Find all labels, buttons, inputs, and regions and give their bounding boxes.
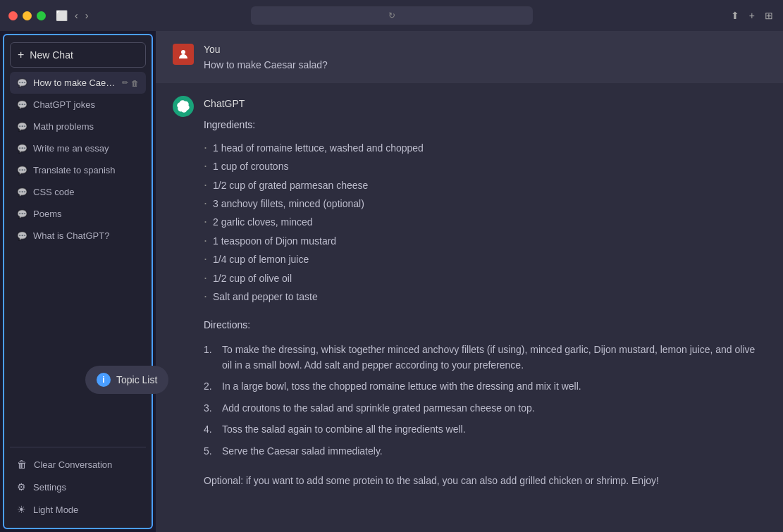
sidebar-item-chatgpt-jokes[interactable]: 💬 ChatGPT jokes (10, 94, 146, 116)
list-item: 3 anchovy fillets, minced (optional) (204, 194, 766, 213)
sidebar-item-label: What is ChatGPT? (33, 230, 139, 241)
directions-list: To make the dressing, whisk together min… (204, 339, 766, 462)
sidebar-item-label: CSS code (33, 187, 139, 197)
list-item: 2 garlic cloves, minced (204, 213, 766, 231)
sidebar-item-label: How to make Caesar s... (33, 78, 116, 88)
sidebar-toggle-icon[interactable]: ⬜ (56, 10, 68, 21)
chat-icon: 💬 (17, 231, 27, 241)
chat-icon: 💬 (17, 122, 27, 132)
bot-content: ChatGPT Ingredients: 1 head of romaine l… (204, 96, 766, 488)
plus-icon: + (18, 49, 24, 61)
list-item: Toss the salad again to combine all the … (204, 419, 766, 440)
settings-icon: ⚙ (17, 481, 26, 493)
titlebar-right-actions: ⬆ + ⊞ (731, 10, 773, 21)
sidebar-item-label: Poems (33, 209, 139, 219)
info-icon: i (97, 373, 111, 387)
bot-label: ChatGPT (204, 96, 766, 111)
ingredient-list: 1 head of romaine lettuce, washed and ch… (204, 139, 766, 307)
close-button[interactable] (8, 11, 18, 20)
delete-icon[interactable]: 🗑 (131, 79, 139, 87)
chat-icon: 💬 (17, 100, 27, 110)
sidebar-item-label: ChatGPT jokes (33, 99, 139, 110)
bot-message: ChatGPT Ingredients: 1 head of romaine l… (156, 83, 783, 501)
chat-area: You How to make Caesar salad? ChatGPT In… (156, 31, 783, 532)
titlebar-nav-buttons: ⬜ ‹ › (56, 10, 88, 21)
trash-icon: 🗑 (17, 459, 27, 470)
new-tab-icon[interactable]: + (749, 10, 755, 21)
settings-button[interactable]: ⚙ Settings (10, 476, 146, 498)
chat-icon: 💬 (17, 166, 27, 175)
list-item: 1/2 cup of grated parmesan cheese (204, 176, 766, 194)
sidebar-bottom: 🗑 Clear Conversation ⚙ Settings ☀ Light … (10, 447, 146, 521)
list-item: 1 teaspoon of Dijon mustard (204, 232, 766, 250)
list-item: 1/4 cup of lemon juice (204, 250, 766, 268)
user-message: You How to make Caesar salad? (156, 31, 783, 83)
titlebar: ⬜ ‹ › ↻ ⬆ + ⊞ (0, 0, 783, 31)
sidebar-item-write-essay[interactable]: 💬 Write me an essay (10, 137, 146, 159)
sidebar-item-label: Math problems (33, 121, 139, 132)
bot-avatar (173, 96, 194, 117)
sidebar-item-poems[interactable]: 💬 Poems (10, 203, 146, 225)
user-label: You (204, 44, 328, 55)
grid-icon[interactable]: ⊞ (765, 10, 773, 21)
list-item: Serve the Caesar salad immediately. (204, 440, 766, 462)
main-layout: + New Chat 💬 How to make Caesar s... ✏ 🗑… (0, 31, 783, 532)
user-message-text: How to make Caesar salad? (204, 59, 328, 70)
list-item: 1/2 cup of olive oil (204, 269, 766, 287)
list-item: Add croutons to the salad and sprinkle g… (204, 397, 766, 419)
sidebar-item-what-is-chatgpt[interactable]: 💬 What is ChatGPT? (10, 225, 146, 247)
list-item: To make the dressing, whisk together min… (204, 339, 766, 376)
share-icon[interactable]: ⬆ (731, 10, 739, 21)
chat-icon: 💬 (17, 144, 27, 154)
new-chat-label: New Chat (30, 49, 73, 61)
sidebar-item-translate-spanish[interactable]: 💬 Translate to spanish (10, 159, 146, 181)
directions-title: Directions: (204, 317, 766, 333)
item-actions: ✏ 🗑 (122, 78, 139, 87)
user-content: You How to make Caesar salad? (204, 44, 328, 70)
optional-text: Optional: if you want to add some protei… (204, 473, 766, 488)
new-chat-button[interactable]: + New Chat (10, 42, 146, 68)
clear-conversation-label: Clear Conversation (34, 459, 112, 470)
settings-label: Settings (33, 482, 66, 493)
user-avatar (173, 44, 194, 65)
list-item: 1 cup of croutons (204, 157, 766, 175)
address-bar[interactable]: ↻ (251, 6, 533, 25)
sidebar: + New Chat 💬 How to make Caesar s... ✏ 🗑… (3, 34, 153, 529)
sidebar-item-how-to-caesar[interactable]: 💬 How to make Caesar s... ✏ 🗑 (10, 72, 146, 94)
back-icon[interactable]: ‹ (75, 10, 78, 21)
chat-icon: 💬 (17, 209, 27, 219)
maximize-button[interactable] (37, 11, 46, 20)
sidebar-item-label: Translate to spanish (33, 165, 139, 175)
sidebar-item-css-code[interactable]: 💬 CSS code (10, 181, 146, 203)
light-mode-button[interactable]: ☀ Light Mode (10, 498, 146, 521)
sidebar-item-math-problems[interactable]: 💬 Math problems (10, 116, 146, 137)
tooltip-text: Topic List (116, 374, 157, 385)
minimize-button[interactable] (23, 11, 32, 20)
ingredients-title: Ingredients: (204, 117, 766, 132)
sidebar-item-label: Write me an essay (33, 143, 139, 154)
clear-conversation-button[interactable]: 🗑 Clear Conversation (10, 453, 146, 476)
sun-icon: ☀ (17, 504, 26, 515)
chat-icon: 💬 (17, 187, 27, 197)
topic-list-tooltip: i Topic List (85, 366, 168, 394)
refresh-icon: ↻ (388, 11, 395, 20)
forward-icon[interactable]: › (85, 10, 89, 21)
traffic-lights (8, 11, 46, 20)
list-item: Salt and pepper to taste (204, 287, 766, 306)
svg-point-0 (181, 50, 185, 54)
edit-icon[interactable]: ✏ (122, 78, 128, 87)
list-item: 1 head of romaine lettuce, washed and ch… (204, 139, 766, 157)
light-mode-label: Light Mode (33, 505, 78, 515)
chat-icon: 💬 (17, 78, 27, 88)
list-item: In a large bowl, toss the chopped romain… (204, 376, 766, 397)
